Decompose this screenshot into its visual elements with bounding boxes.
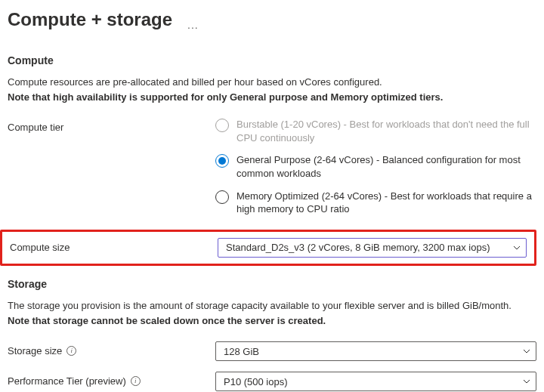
dropdown-value: 128 GiB xyxy=(224,346,259,357)
compute-tier-field: Compute tier Burstable (1-20 vCores) - B… xyxy=(8,118,536,218)
dropdown-value: Standard_D2s_v3 (2 vCores, 8 GiB memory,… xyxy=(226,242,490,253)
chevron-down-icon xyxy=(512,243,521,252)
storage-size-field: Storage size i 128 GiB xyxy=(8,341,536,361)
compute-section-heading: Compute xyxy=(8,54,536,66)
performance-tier-label: Performance Tier (preview) xyxy=(8,375,126,387)
dropdown-value: P10 (500 iops) xyxy=(224,376,288,387)
info-icon[interactable]: i xyxy=(66,346,76,356)
radio-label: Memory Optimized (2-64 vCores) - Best fo… xyxy=(236,190,536,216)
storage-note: Note that storage cannot be scaled down … xyxy=(8,314,536,328)
compute-size-dropdown[interactable]: Standard_D2s_v3 (2 vCores, 8 GiB memory,… xyxy=(218,238,527,258)
radio-label: General Purpose (2-64 vCores) - Balanced… xyxy=(236,153,536,180)
radio-icon xyxy=(215,119,229,132)
compute-note: Note that high availability is supported… xyxy=(8,91,536,104)
compute-tier-radio-burstable: Burstable (1-20 vCores) - Best for workl… xyxy=(215,118,536,144)
compute-size-label: Compute size xyxy=(2,238,218,253)
performance-tier-field: Performance Tier (preview) i P10 (500 io… xyxy=(8,372,536,391)
compute-tier-radio-general[interactable]: General Purpose (2-64 vCores) - Balanced… xyxy=(215,153,536,180)
storage-size-dropdown[interactable]: 128 GiB xyxy=(215,341,536,361)
radio-label: Burstable (1-20 vCores) - Best for workl… xyxy=(236,118,536,144)
storage-description: The storage you provision is the amount … xyxy=(8,299,536,313)
page-title: Compute + storage xyxy=(8,9,172,30)
info-icon[interactable]: i xyxy=(131,376,141,386)
chevron-down-icon xyxy=(522,377,531,386)
compute-size-highlight: Compute size Standard_D2s_v3 (2 vCores, … xyxy=(0,230,536,266)
radio-icon xyxy=(215,190,229,204)
compute-tier-radio-memory[interactable]: Memory Optimized (2-64 vCores) - Best fo… xyxy=(215,190,536,216)
compute-tier-label: Compute tier xyxy=(8,118,215,133)
more-actions-button[interactable]: ··· xyxy=(187,21,199,36)
chevron-down-icon xyxy=(522,347,531,356)
storage-size-label: Storage size xyxy=(8,345,62,357)
radio-icon xyxy=(215,154,229,168)
storage-section-heading: Storage xyxy=(8,278,536,290)
compute-description: Compute resources are pre-allocated and … xyxy=(8,76,536,89)
performance-tier-dropdown[interactable]: P10 (500 iops) xyxy=(215,372,536,391)
